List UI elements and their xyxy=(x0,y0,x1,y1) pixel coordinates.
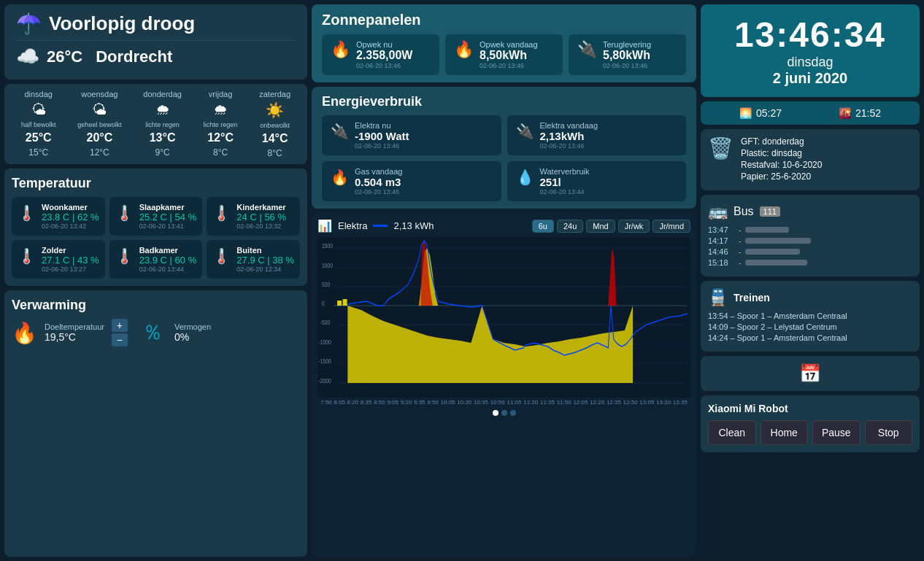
clock-time: 13:46:34 xyxy=(711,15,909,55)
svg-text:500: 500 xyxy=(322,281,331,288)
chart-value: 2,13 kWh xyxy=(393,220,434,231)
percent-icon: ％ xyxy=(142,319,163,347)
temp-increase-button[interactable]: + xyxy=(112,319,128,332)
thermometer-icon: 🌡️ xyxy=(212,247,231,265)
chart-tab-jr/wk[interactable]: Jr/wk xyxy=(618,220,650,233)
heating-title: Verwarming xyxy=(12,298,300,313)
svg-text:1500: 1500 xyxy=(322,242,334,249)
xaxis-label: 10:35 xyxy=(474,399,488,406)
solar-card-icon: 🔥 xyxy=(454,40,474,59)
xaxis-label: 8:20 xyxy=(347,399,359,406)
robot-title: Xiaomi Mi Robot xyxy=(708,403,912,414)
svg-rect-21 xyxy=(343,299,347,306)
energy-card: 🔥 Gas vandaag 0.504 m3 02-06-20 13:45 xyxy=(322,161,501,201)
calendar-section: 📅 xyxy=(701,356,920,391)
weather-condition: ☂️ Voorlopig droog xyxy=(16,12,296,36)
energy-card-icon: 🔌 xyxy=(331,123,349,140)
chart-tab-mnd[interactable]: Mnd xyxy=(586,220,615,233)
xaxis-label: 9:50 xyxy=(427,399,439,406)
trash-papier: Papier: 25-6-2020 xyxy=(741,171,822,182)
xaxis-label: 13:20 xyxy=(656,399,671,406)
trash-plastic: Plastic: dinsdag xyxy=(741,148,822,158)
train-row: 14:24 – Spoor 1 – Amsterdam Centraal xyxy=(708,333,912,342)
cloud-icon: ☁️ xyxy=(16,45,39,68)
right-column: 13:46:34 dinsdag 2 juni 2020 🌅 05:27 🌇 2… xyxy=(701,4,920,557)
robot-btn-stop[interactable]: Stop xyxy=(865,420,913,445)
svg-rect-20 xyxy=(337,301,342,306)
fire-icon: 🔥 xyxy=(12,321,37,345)
energy-card: 🔌 Elektra vandaag 2,13kWh 02-06-20 13:46 xyxy=(507,115,687,155)
energy-title: Energieverbruik xyxy=(322,94,686,109)
solar-card-icon: 🔌 xyxy=(577,40,597,59)
chart-dot-1[interactable] xyxy=(493,410,498,416)
temp-card: 🌡️ Buiten 27.9 C | 38 % 02-06-20 12:34 xyxy=(207,240,300,279)
sunset-item: 🌇 21:52 xyxy=(839,107,881,119)
bus-bar xyxy=(745,238,811,244)
svg-text:1000: 1000 xyxy=(322,262,334,269)
svg-marker-16 xyxy=(347,306,633,383)
svg-text:-1000: -1000 xyxy=(319,338,332,346)
train-section: 🚆 Treinen 13:54 – Spoor 1 – Amsterdam Ce… xyxy=(701,281,920,352)
solar-cards: 🔥 Opwek nu 2.358,00W 02-06-20 13:46 🔥 Op… xyxy=(322,34,686,75)
train-row: 13:54 – Spoor 1 – Amsterdam Centraal xyxy=(708,312,912,320)
xaxis-label: 7:50 xyxy=(320,399,332,406)
xaxis-label: 12:05 xyxy=(573,399,588,406)
chart-tabs: 6u24uMndJr/wkJr/mnd xyxy=(532,220,690,233)
robot-btn-clean[interactable]: Clean xyxy=(708,420,756,445)
energy-section: Energieverbruik 🔌 Elektra nu -1900 Watt … xyxy=(312,87,696,209)
chart-tab-24u[interactable]: 24u xyxy=(557,220,583,233)
forecast-day: vrijdag 🌧 lichte regen 12°C 8°C xyxy=(204,90,238,158)
forecast-day: donderdag 🌧 lichte regen 13°C 9°C xyxy=(143,90,182,158)
thermometer-icon: 🌡️ xyxy=(115,204,134,222)
temp-card: 🌡️ Badkamer 23.9 C | 60 % 02-06-20 13:44 xyxy=(109,240,203,279)
chart-title: Elektra xyxy=(338,220,367,231)
temp-card: 🌡️ Kinderkamer 24 C | 56 % 02-06-20 13:3… xyxy=(207,197,300,236)
thermometer-icon: 🌡️ xyxy=(212,204,231,222)
solar-section: Zonnepanelen 🔥 Opwek nu 2.358,00W 02-06-… xyxy=(312,4,696,82)
chart-tab-jr/mnd[interactable]: Jr/mnd xyxy=(652,220,690,233)
bus-header: 🚌 Bus 111 xyxy=(708,202,912,221)
forecast-day: woensdag 🌤 geheel bewolkt 20°C 12°C xyxy=(77,90,121,158)
sunset-time: 21:52 xyxy=(855,107,881,119)
energy-cards: 🔌 Elektra nu -1900 Watt 02-06-20 13:46 🔌… xyxy=(322,115,686,201)
trash-info: GFT: donderdag Plastic: dinsdag Restafva… xyxy=(741,136,822,183)
trash-icon: 🗑️ xyxy=(708,136,734,160)
chart-dots xyxy=(317,410,690,416)
chart-xaxis: 7:508:058:208:358:509:059:209:359:5010:0… xyxy=(317,398,690,407)
svg-marker-19 xyxy=(608,248,616,306)
chart-dot-3[interactable] xyxy=(510,410,516,416)
temp-card: 🌡️ Woonkamer 23.8 C | 62 % 02-06-20 13:4… xyxy=(12,197,105,236)
chart-legend xyxy=(373,225,388,227)
bus-line-number: 111 xyxy=(760,206,780,217)
chart-dot-2[interactable] xyxy=(501,410,507,416)
robot-section: Xiaomi Mi Robot CleanHomePauseStop xyxy=(701,395,920,452)
clock-date: 2 juni 2020 xyxy=(711,70,909,87)
forecast-day: dinsdag 🌤 half bewolkt 25°C 15°C xyxy=(21,90,56,158)
heating-section: Verwarming 🔥 Doeltemperatuur 19,5°C + − … xyxy=(4,290,307,557)
robot-btn-pause[interactable]: Pause xyxy=(812,420,861,445)
solar-card: 🔌 Teruglevering 5,80kWh 02-06-20 13:46 xyxy=(569,34,686,75)
xaxis-label: 11:35 xyxy=(540,399,555,406)
temp-decrease-button[interactable]: − xyxy=(112,333,128,347)
xaxis-label: 9:35 xyxy=(414,399,426,406)
chart-area: 1500 1000 500 0 -500 -1000 -1500 -2000 xyxy=(317,237,690,398)
thermometer-icon: 🌡️ xyxy=(18,247,36,265)
sunset-icon: 🌇 xyxy=(839,107,851,119)
thermometer-icon: 🌡️ xyxy=(18,204,36,222)
chart-tab-6u[interactable]: 6u xyxy=(532,220,554,233)
thermometer-icon: 🌡️ xyxy=(115,247,134,265)
robot-btn-home[interactable]: Home xyxy=(761,420,809,445)
train-title: Treinen xyxy=(734,292,770,303)
temperature-section: Temperatuur 🌡️ Woonkamer 23.8 C | 62 % 0… xyxy=(4,169,307,286)
trash-restafval: Restafval: 10-6-2020 xyxy=(741,160,822,170)
temp-controls[interactable]: + − xyxy=(112,319,128,347)
bus-row: 15:18 - xyxy=(708,258,912,267)
bus-bar xyxy=(745,227,789,233)
bus-section: 🚌 Bus 111 13:47 - 14:17 - 14:46 - 15:18 … xyxy=(701,195,920,276)
legend-line xyxy=(373,225,388,227)
clock-section: 13:46:34 dinsdag 2 juni 2020 xyxy=(701,4,920,97)
xaxis-label: 12:50 xyxy=(623,399,638,406)
temperature-grid: 🌡️ Woonkamer 23.8 C | 62 % 02-06-20 13:4… xyxy=(12,197,300,279)
trash-section: 🗑️ GFT: donderdag Plastic: dinsdag Resta… xyxy=(701,129,920,190)
forecast-day: zaterdag ☀️ onbewolkt 14°C 8°C xyxy=(259,90,290,158)
